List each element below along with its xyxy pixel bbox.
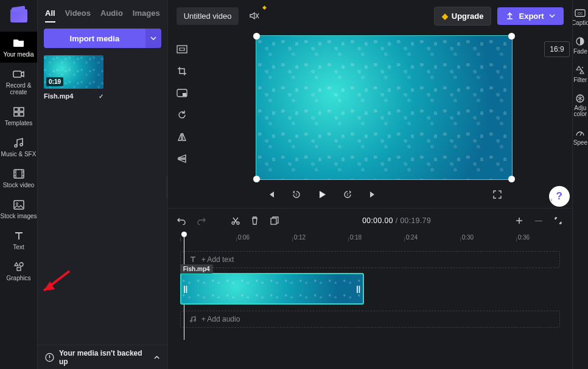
tab-images[interactable]: Images xyxy=(133,9,160,22)
svg-rect-11 xyxy=(17,267,21,271)
upload-icon xyxy=(506,12,514,20)
music-icon xyxy=(12,137,26,148)
crop-tool[interactable] xyxy=(173,63,191,79)
export-button[interactable]: Export xyxy=(497,7,563,25)
clip-label: Fish.mp4 xyxy=(180,264,213,274)
folder-icon xyxy=(12,38,26,49)
video-clip[interactable]: || || xyxy=(180,273,364,305)
tab-all[interactable]: All xyxy=(45,9,55,22)
rr-filters[interactable]: Filter xyxy=(573,64,587,83)
skip-start-button[interactable] xyxy=(265,188,277,201)
tab-audio[interactable]: Audio xyxy=(100,9,123,22)
play-button[interactable] xyxy=(316,188,328,201)
svg-point-19 xyxy=(237,222,239,224)
rewind-button[interactable]: 5 xyxy=(290,188,303,201)
fit-tool[interactable] xyxy=(173,41,191,57)
clip-trim-right[interactable]: || xyxy=(354,274,363,303)
svg-rect-2 xyxy=(19,108,24,111)
flip-vertical-tool[interactable] xyxy=(173,151,191,167)
topbar: Untitled video ◆ ◆Upgrade Export xyxy=(168,0,572,32)
resize-handle-tl[interactable] xyxy=(253,33,260,40)
upgrade-button[interactable]: ◆Upgrade xyxy=(434,7,492,26)
zoom-fit-button[interactable] xyxy=(553,215,564,226)
filters-icon xyxy=(574,64,586,75)
backup-notice[interactable]: Your media isn't backed up xyxy=(38,345,167,369)
zoom-slider-button[interactable]: — xyxy=(533,215,544,226)
preview-canvas[interactable] xyxy=(256,35,513,180)
svg-rect-4 xyxy=(19,112,24,116)
rr-adjust-colors[interactable]: Adju color xyxy=(573,93,588,117)
film-icon xyxy=(12,168,26,179)
timeline-ruler[interactable]: 0:06 0:12 0:18 0:24 0:30 0:36 xyxy=(168,233,572,246)
video-track[interactable]: Fish.mp4 || || xyxy=(180,273,572,306)
media-panel: All Videos Audio Images Import media 0:1… xyxy=(38,0,168,369)
resize-handle-bl[interactable] xyxy=(253,176,260,182)
canvas-tools xyxy=(168,32,196,208)
svg-point-22 xyxy=(194,320,195,322)
zoom-add-button[interactable] xyxy=(514,215,525,226)
text-track-placeholder[interactable]: + Add text xyxy=(180,251,560,268)
svg-point-18 xyxy=(232,222,234,224)
timeline-time-display: 00:00.00 / 00:19.79 xyxy=(289,216,505,225)
resize-handle-br[interactable] xyxy=(508,176,515,182)
svg-point-10 xyxy=(19,263,23,266)
svg-text:5: 5 xyxy=(346,193,348,196)
rr-captions[interactable]: CC Captio xyxy=(572,7,588,26)
svg-point-5 xyxy=(15,145,17,147)
rail-stock-images[interactable]: Stock images xyxy=(0,193,37,224)
import-dropdown-button[interactable] xyxy=(145,29,161,48)
tab-videos[interactable]: Videos xyxy=(65,9,91,22)
premium-diamond-icon: ◆ xyxy=(262,4,267,10)
rail-music-sfx[interactable]: Music & SFX xyxy=(0,131,37,162)
rotate-tool[interactable] xyxy=(173,107,191,123)
fullscreen-button[interactable] xyxy=(491,188,503,201)
rail-record-create[interactable]: Record & create xyxy=(0,63,37,100)
rail-stock-video[interactable]: Stock video xyxy=(0,162,37,193)
fade-icon xyxy=(574,36,586,47)
forward-button[interactable]: 5 xyxy=(341,188,354,201)
main-area: Untitled video ◆ ◆Upgrade Export xyxy=(168,0,572,369)
diamond-icon: ◆ xyxy=(442,12,448,21)
svg-rect-1 xyxy=(14,108,18,111)
rail-your-media[interactable]: Your media xyxy=(0,32,37,63)
project-title[interactable]: Untitled video xyxy=(177,7,239,25)
rail-graphics[interactable]: Graphics xyxy=(0,255,37,286)
audio-toggle-button[interactable] xyxy=(245,7,263,25)
rail-text[interactable]: Text xyxy=(0,224,37,255)
redo-button[interactable] xyxy=(196,215,207,226)
audio-track-placeholder[interactable]: + Add audio xyxy=(180,311,560,328)
svg-point-9 xyxy=(16,203,18,205)
media-filename: Fish.mp4 xyxy=(44,92,73,100)
skip-end-button[interactable] xyxy=(367,188,379,201)
rr-speed[interactable]: Spee xyxy=(573,127,587,146)
text-track-icon xyxy=(189,256,197,263)
rail-templates[interactable]: Templates xyxy=(0,100,37,131)
playback-controls: 5 5 xyxy=(265,188,503,201)
split-button[interactable] xyxy=(230,215,241,226)
pip-tool[interactable] xyxy=(173,85,191,101)
text-icon xyxy=(12,230,26,241)
rr-fade[interactable]: Fade xyxy=(573,36,587,55)
svg-rect-0 xyxy=(13,71,21,77)
media-thumb[interactable]: 0:19 Fish.mp4 ✓ xyxy=(44,55,103,100)
templates-icon xyxy=(12,106,26,117)
svg-point-6 xyxy=(20,143,23,146)
duplicate-button[interactable] xyxy=(269,215,280,226)
undo-button[interactable] xyxy=(177,215,187,226)
flip-horizontal-tool[interactable] xyxy=(173,129,191,145)
app-logo[interactable] xyxy=(0,0,38,32)
right-collapse-arrow[interactable]: ‹ xyxy=(550,196,553,203)
camera-icon xyxy=(12,69,26,80)
import-media-button[interactable]: Import media xyxy=(44,29,145,48)
svg-rect-13 xyxy=(177,46,187,53)
chevron-down-icon xyxy=(549,14,555,18)
media-duration-badge: 0:19 xyxy=(46,77,63,86)
clip-trim-left[interactable]: || xyxy=(181,274,190,303)
delete-button[interactable] xyxy=(250,215,261,226)
resize-handle-tr[interactable] xyxy=(508,33,515,40)
svg-point-21 xyxy=(190,320,192,322)
speed-icon xyxy=(574,127,586,138)
audio-track-icon xyxy=(189,316,197,323)
svg-text:CC: CC xyxy=(578,12,583,15)
aspect-ratio-button[interactable]: 16:9 xyxy=(544,41,569,57)
